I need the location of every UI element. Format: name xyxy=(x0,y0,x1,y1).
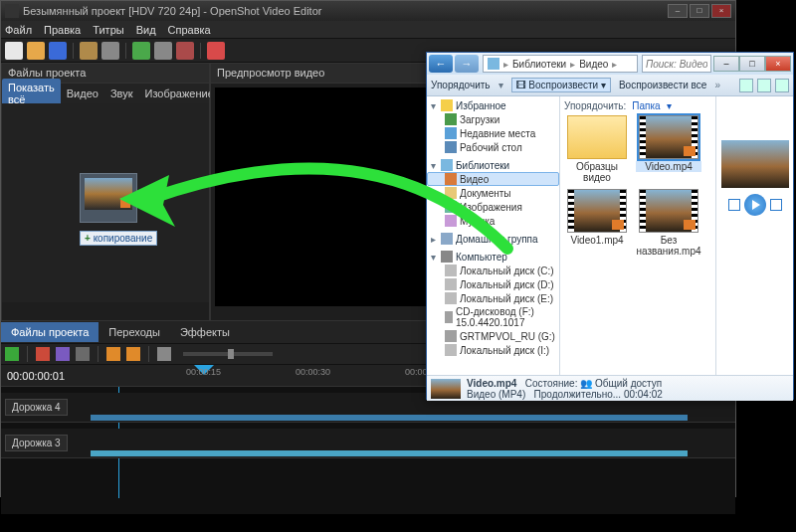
nav-item[interactable]: Недавние места xyxy=(427,126,559,140)
track[interactable]: Дорожка 3 xyxy=(1,429,735,458)
nav-item[interactable]: Загрузки xyxy=(427,112,559,126)
close-button[interactable]: × xyxy=(711,4,731,18)
nav-item[interactable]: Изображения xyxy=(427,200,559,214)
redo-icon[interactable] xyxy=(101,42,119,60)
menu-file[interactable]: Файл xyxy=(5,24,32,36)
prev-marker-icon[interactable] xyxy=(106,347,120,361)
nav-item[interactable]: Рабочий стол xyxy=(427,140,559,154)
tab-transitions[interactable]: Переходы xyxy=(99,322,170,342)
cd-icon xyxy=(445,311,453,323)
breadcrumb[interactable]: ▸ Библиотеки ▸ Видео ▸ xyxy=(483,55,638,73)
file-item-selected[interactable]: Video.mp4 xyxy=(636,115,701,183)
nav-favorites[interactable]: ▾Избранное xyxy=(427,98,559,112)
tab-image[interactable]: Изображение xyxy=(138,85,219,102)
track-label[interactable]: Дорожка 4 xyxy=(5,399,68,416)
import-icon[interactable] xyxy=(132,42,150,60)
organize-button[interactable]: Упорядочить xyxy=(431,80,491,90)
preview-pane xyxy=(715,96,793,375)
track-clip[interactable] xyxy=(91,415,688,421)
maximize-button[interactable]: □ xyxy=(690,4,709,18)
nav-item[interactable]: Локальный диск (I:) xyxy=(427,343,559,357)
nav-item[interactable]: Локальный диск (E:) xyxy=(427,291,559,305)
nav-item[interactable]: Локальный диск (C:) xyxy=(427,264,559,277)
project-files-panel: Файлы проекта Показать всё Видео Звук Из… xyxy=(1,63,210,321)
track-label[interactable]: Дорожка 3 xyxy=(5,435,68,451)
nav-homegroup[interactable]: ▸Домашняя группа xyxy=(427,232,559,246)
tab-effects[interactable]: Эффекты xyxy=(170,322,240,342)
breadcrumb-item[interactable]: Библиотеки xyxy=(512,59,566,70)
disk-icon xyxy=(445,278,457,290)
maximize-button[interactable]: □ xyxy=(739,56,765,72)
cd-icon xyxy=(445,330,457,342)
nav-item[interactable]: GRTMPVOL_RU (G:) xyxy=(427,329,559,343)
marker-icon[interactable] xyxy=(76,347,90,361)
razor-icon[interactable] xyxy=(56,347,70,361)
pictures-icon xyxy=(445,201,457,213)
next-button[interactable] xyxy=(770,199,782,211)
close-button[interactable]: × xyxy=(765,56,791,72)
file-item[interactable]: Без названия.mp4 xyxy=(636,189,701,257)
nav-item-video[interactable]: Видео xyxy=(427,172,559,186)
video-thumb-icon xyxy=(639,115,698,159)
menu-edit[interactable]: Правка xyxy=(44,24,81,36)
minimize-button[interactable]: – xyxy=(713,56,739,72)
folder-icon xyxy=(567,115,627,159)
tab-video[interactable]: Видео xyxy=(61,85,104,102)
tab-audio[interactable]: Звук xyxy=(104,85,139,102)
details-type: Видео (MP4) xyxy=(467,389,525,400)
file-item[interactable]: Video1.mp4 xyxy=(564,189,630,257)
forward-button[interactable]: → xyxy=(455,55,479,73)
project-files-tabs: Показать всё Видео Звук Изображение xyxy=(2,84,209,103)
share-value: Общий доступ xyxy=(595,378,662,389)
documents-icon xyxy=(445,187,457,199)
nav-computer[interactable]: ▾Компьютер xyxy=(427,250,559,264)
play-button[interactable]: Воспроизвести xyxy=(528,80,598,90)
open-icon[interactable] xyxy=(27,42,45,60)
help-icon[interactable] xyxy=(775,79,789,92)
play-button[interactable] xyxy=(744,194,766,216)
view-icon[interactable] xyxy=(739,79,753,92)
nav-item[interactable]: Музыка xyxy=(427,214,559,228)
menu-view[interactable]: Вид xyxy=(136,24,156,36)
play-all-button[interactable]: Воспроизвести все xyxy=(619,80,706,90)
project-file-thumb[interactable] xyxy=(80,173,137,223)
add-track-icon[interactable] xyxy=(5,347,19,361)
preview-pane-icon[interactable] xyxy=(757,79,771,92)
nav-item[interactable]: Документы xyxy=(427,186,559,200)
project-files-body[interactable]: копирование xyxy=(2,103,209,302)
app-icon xyxy=(5,4,19,18)
tab-project-files[interactable]: Файлы проекта xyxy=(1,322,99,342)
copy-cursor-label: копирование xyxy=(80,231,157,246)
nav-item[interactable]: CD-дисковод (F:) 15.0.4420.1017 xyxy=(427,305,559,329)
next-marker-icon[interactable] xyxy=(126,347,140,361)
zoom-slider[interactable] xyxy=(183,352,273,356)
export-icon[interactable] xyxy=(207,42,225,60)
back-button[interactable]: ← xyxy=(429,55,453,73)
track-clip[interactable] xyxy=(91,450,688,456)
nav-libraries[interactable]: ▾Библиотеки xyxy=(427,158,559,172)
sort-value[interactable]: Папка xyxy=(632,100,660,111)
search-input[interactable] xyxy=(642,55,711,73)
video-icon xyxy=(445,173,457,185)
prev-button[interactable] xyxy=(728,199,740,211)
profile-icon[interactable] xyxy=(154,42,172,60)
sort-row: Упорядочить: Папка▾ xyxy=(564,100,711,111)
new-icon[interactable] xyxy=(5,42,23,60)
center-icon[interactable] xyxy=(157,347,171,361)
undo-icon[interactable] xyxy=(80,42,98,60)
nav-item[interactable]: Локальный диск (D:) xyxy=(427,277,559,291)
menu-help[interactable]: Справка xyxy=(168,24,211,36)
save-icon[interactable] xyxy=(49,42,67,60)
ruler-tick: 00:00:30 xyxy=(296,367,330,377)
navigation-pane: ▾Избранное Загрузки Недавние места Рабоч… xyxy=(427,96,560,375)
timecode: 00:00:00:01 xyxy=(1,370,87,382)
fullscreen-icon[interactable] xyxy=(176,42,194,60)
file-list[interactable]: Упорядочить: Папка▾ Образцы видео Video.… xyxy=(560,96,715,375)
downloads-icon xyxy=(445,113,457,125)
menu-titles[interactable]: Титры xyxy=(93,24,123,36)
file-label: Без названия.mp4 xyxy=(636,235,701,257)
folder-item[interactable]: Образцы видео xyxy=(564,115,630,183)
minimize-button[interactable]: – xyxy=(668,4,688,18)
snap-icon[interactable] xyxy=(36,347,50,361)
breadcrumb-item[interactable]: Видео xyxy=(579,59,608,70)
